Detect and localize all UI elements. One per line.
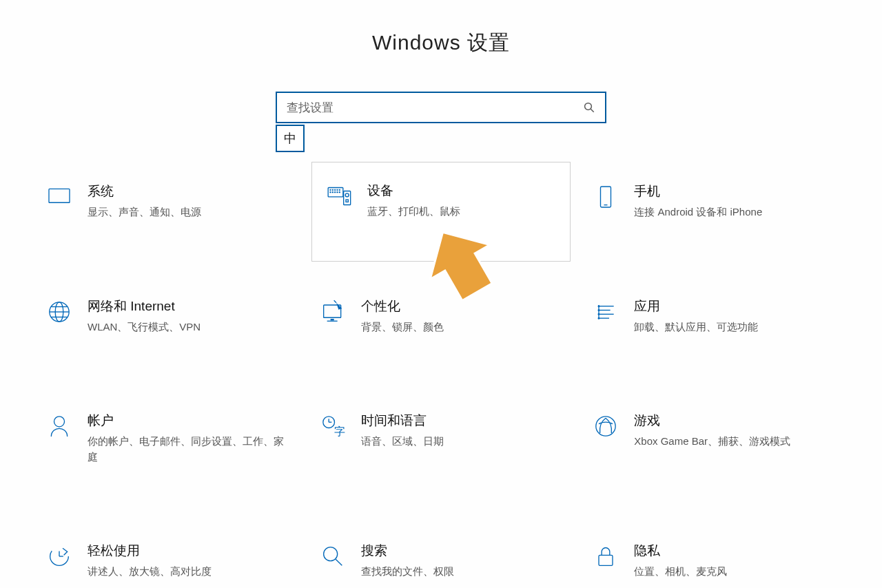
svg-rect-17 (346, 200, 348, 202)
category-title: 系统 (88, 182, 291, 200)
category-desc: 你的帐户、电子邮件、同步设置、工作、家庭 (88, 434, 291, 465)
category-title: 隐私 (634, 542, 837, 560)
category-time-language[interactable]: 字 时间和语言 语音、区域、日期 (311, 408, 571, 469)
category-desc: WLAN、飞行模式、VPN (88, 319, 291, 335)
category-title: 手机 (634, 182, 837, 200)
category-gaming[interactable]: 游戏 Xbox Game Bar、捕获、游戏模式 (584, 408, 844, 469)
svg-line-49 (336, 559, 342, 565)
search-placeholder: 查找设置 (287, 100, 583, 116)
svg-point-0 (585, 103, 592, 110)
category-title: 网络和 Internet (88, 297, 291, 315)
svg-rect-18 (601, 187, 611, 207)
category-title: 轻松使用 (88, 542, 291, 560)
category-privacy[interactable]: 隐私 位置、相机、麦克风 (584, 538, 844, 584)
category-system[interactable]: 系统 显示、声音、通知、电源 (38, 178, 298, 224)
category-title: 应用 (634, 297, 837, 315)
category-desc: 卸载、默认应用、可选功能 (634, 319, 837, 335)
svg-line-29 (334, 300, 336, 302)
svg-line-1 (591, 109, 594, 112)
category-accounts[interactable]: 帐户 你的帐户、电子邮件、同步设置、工作、家庭 (38, 408, 298, 469)
privacy-icon (591, 542, 620, 571)
svg-point-11 (332, 192, 333, 193)
category-title: 帐户 (88, 412, 291, 430)
category-network[interactable]: 网络和 Internet WLAN、飞行模式、VPN (38, 293, 298, 339)
search-container: 查找设置 中 (276, 92, 606, 123)
ime-indicator: 中 (276, 125, 305, 152)
category-desc: Xbox Game Bar、捕获、游戏模式 (634, 434, 837, 450)
category-title: 时间和语言 (361, 412, 564, 430)
category-desc: 讲述人、放大镜、高对比度 (88, 564, 291, 580)
category-desc: 查找我的文件、权限 (361, 564, 564, 580)
svg-point-16 (345, 193, 349, 197)
svg-point-48 (323, 547, 337, 561)
svg-point-14 (339, 192, 340, 193)
page-title: Windows 设置 (0, 29, 882, 57)
category-desc: 显示、声音、通知、电源 (88, 204, 291, 220)
personalization-icon (318, 297, 347, 326)
time-language-icon: 字 (318, 412, 347, 441)
search-category-icon (318, 542, 347, 571)
apps-icon (591, 297, 620, 326)
devices-icon (325, 182, 353, 211)
svg-point-5 (330, 189, 331, 190)
svg-rect-50 (599, 555, 613, 565)
svg-point-12 (334, 192, 335, 193)
svg-point-10 (330, 192, 331, 193)
search-icon (583, 101, 595, 114)
accounts-icon (45, 412, 74, 441)
category-personalization[interactable]: 个性化 背景、锁屏、颜色 (311, 293, 571, 339)
search-input[interactable]: 查找设置 (276, 92, 606, 123)
svg-point-13 (337, 192, 338, 193)
category-title: 搜索 (361, 542, 564, 560)
category-title: 游戏 (634, 412, 837, 430)
svg-text:字: 字 (334, 426, 345, 437)
svg-rect-27 (330, 319, 334, 321)
category-ease-of-access[interactable]: 轻松使用 讲述人、放大镜、高对比度 (38, 538, 298, 584)
svg-point-37 (598, 313, 599, 315)
svg-rect-2 (49, 189, 70, 202)
category-desc: 蓝牙、打印机、鼠标 (367, 204, 558, 220)
category-phone[interactable]: 手机 连接 Android 设备和 iPhone (584, 178, 844, 224)
network-icon (45, 297, 74, 326)
gaming-icon (591, 412, 620, 441)
phone-icon (591, 182, 620, 211)
svg-point-44 (596, 417, 615, 436)
category-desc: 语音、区域、日期 (361, 434, 564, 450)
category-search[interactable]: 搜索 查找我的文件、权限 (311, 538, 571, 584)
category-devices[interactable]: 设备 蓝牙、打印机、鼠标 (311, 162, 571, 262)
svg-point-6 (332, 189, 333, 190)
svg-point-39 (54, 417, 65, 427)
settings-grid: 系统 显示、声音、通知、电源 设备 蓝牙、打印机、鼠标 手机 连接 A (38, 178, 844, 584)
category-apps[interactable]: 应用 卸载、默认应用、可选功能 (584, 293, 844, 339)
svg-point-9 (339, 189, 340, 190)
svg-point-38 (598, 317, 599, 319)
category-desc: 背景、锁屏、颜色 (361, 319, 564, 335)
svg-point-35 (598, 305, 599, 306)
system-icon (45, 182, 74, 211)
svg-point-36 (598, 309, 599, 311)
category-desc: 连接 Android 设备和 iPhone (634, 204, 837, 220)
ease-of-access-icon (45, 542, 74, 571)
category-title: 设备 (367, 182, 558, 200)
svg-point-8 (337, 189, 338, 190)
category-desc: 位置、相机、麦克风 (634, 564, 837, 580)
svg-point-7 (334, 189, 335, 190)
category-title: 个性化 (361, 297, 564, 315)
